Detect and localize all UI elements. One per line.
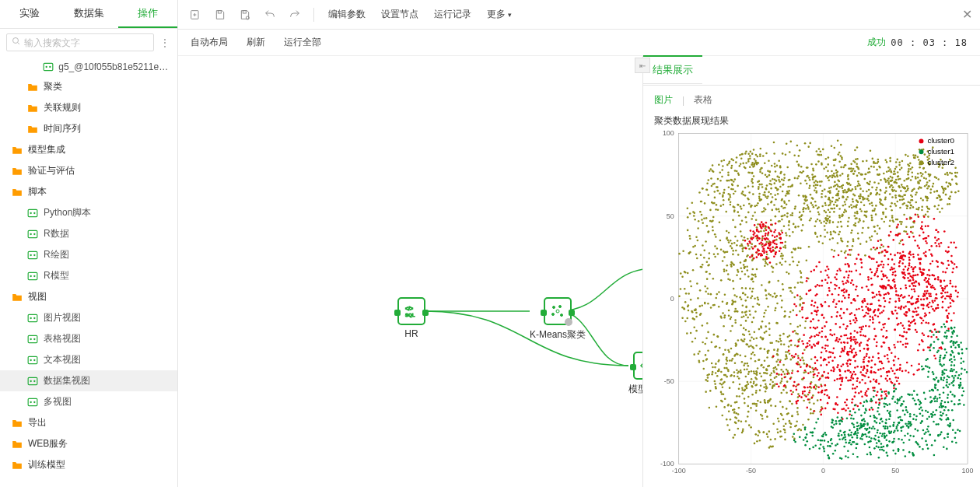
close-icon[interactable]: ✕ <box>962 7 972 22</box>
sub-run-all[interactable]: 运行全部 <box>284 36 321 49</box>
save-as-icon[interactable] <box>236 7 254 23</box>
svg-point-2832 <box>936 265 939 268</box>
tree-folder-视图[interactable]: 视图 <box>0 286 177 307</box>
svg-point-891 <box>838 198 841 200</box>
svg-point-3396 <box>907 433 909 435</box>
svg-point-2827 <box>940 242 943 244</box>
sub-auto-layout[interactable]: 自动布局 <box>191 36 228 49</box>
svg-point-1257 <box>807 204 809 206</box>
svg-point-3810 <box>947 397 949 399</box>
tree-folder-时间序列[interactable]: 时间序列 <box>0 118 177 139</box>
svg-point-3520 <box>897 424 899 426</box>
svg-point-1165 <box>825 166 828 169</box>
svg-point-1952 <box>939 195 941 198</box>
svg-point-3887 <box>861 419 863 422</box>
node-apply[interactable]: 模型应用 <box>628 352 642 396</box>
tree-leaf-R数据[interactable]: R数据 <box>0 223 177 244</box>
tree-leaf-Python脚本[interactable]: Python脚本 <box>0 202 177 223</box>
tree-leaf-R模型[interactable]: R模型 <box>0 265 177 286</box>
svg-point-3526 <box>898 422 901 424</box>
tree-folder-导出[interactable]: 导出 <box>0 412 177 433</box>
tree-leaf-多视图[interactable]: 多视图 <box>0 391 177 412</box>
new-icon[interactable] <box>186 7 205 23</box>
tree-folder-训练模型[interactable]: 训练模型 <box>0 454 177 475</box>
workflow-canvas[interactable]: </>SQLHRK-Means聚类多视图模型应用数据集视图 <box>178 56 642 487</box>
toolbar-set-node[interactable]: 设置节点 <box>376 6 423 23</box>
svg-point-1831 <box>740 372 742 374</box>
tree-folder-模型集成[interactable]: 模型集成 <box>0 139 177 160</box>
svg-point-357 <box>695 330 698 332</box>
tree-folder-脚本[interactable]: 脚本 <box>0 181 177 202</box>
svg-point-3388 <box>912 436 915 438</box>
svg-point-1997 <box>941 166 943 169</box>
svg-point-3284 <box>765 251 768 254</box>
svg-point-124 <box>747 296 749 299</box>
svg-point-3567 <box>880 447 883 449</box>
tree-folder-聚类[interactable]: 聚类 <box>0 76 177 97</box>
svg-point-2777 <box>933 310 936 312</box>
node-km[interactable]: K-Means聚类 <box>530 297 586 342</box>
toolbar-run-history[interactable]: 运行记录 <box>429 6 476 23</box>
subtab-table[interactable]: 表格 <box>694 93 712 107</box>
svg-point-2060 <box>927 208 929 210</box>
svg-point-3675 <box>944 326 947 328</box>
svg-point-741 <box>785 261 787 263</box>
node-box[interactable] <box>633 352 642 380</box>
svg-point-2567 <box>888 301 891 303</box>
tab-experiment[interactable]: 实验 <box>0 0 59 28</box>
sub-refresh[interactable]: 刷新 <box>247 36 265 49</box>
search-input[interactable] <box>24 37 149 48</box>
svg-point-732 <box>730 201 732 203</box>
subtab-image[interactable]: 图片 <box>654 93 673 107</box>
svg-point-1924 <box>926 187 929 190</box>
undo-icon[interactable] <box>261 7 279 23</box>
svg-point-3361 <box>916 394 919 396</box>
svg-point-1233 <box>835 184 837 187</box>
tab-operation[interactable]: 操作 <box>118 0 177 28</box>
svg-point-1709 <box>754 360 757 363</box>
svg-point-3931 <box>856 426 859 428</box>
svg-point-1946 <box>926 211 929 213</box>
tab-dataset[interactable]: 数据集 <box>59 0 118 28</box>
tree-leaf-R绘图[interactable]: R绘图 <box>0 244 177 265</box>
tree-folder-WEB服务[interactable]: WEB服务 <box>0 433 177 454</box>
svg-point-1082 <box>807 208 810 210</box>
svg-point-664 <box>694 309 696 311</box>
tree-leaf-文本视图[interactable]: 文本视图 <box>0 349 177 370</box>
svg-point-463 <box>694 245 696 247</box>
node-box[interactable] <box>544 297 572 325</box>
svg-point-130 <box>741 387 744 389</box>
tree-leaf-表格视图[interactable]: 表格视图 <box>0 328 177 349</box>
svg-point-3635 <box>888 419 891 421</box>
svg-point-2214 <box>810 312 813 314</box>
search-box[interactable] <box>6 33 154 51</box>
tree-leaf-g5_@10f055b81e5211ebaf9[interactable]: g5_@10f055b81e5211ebaf9 <box>0 58 177 76</box>
save-icon[interactable] <box>211 7 229 23</box>
results-tab[interactable]: 结果展示 <box>643 55 702 84</box>
svg-point-3420 <box>925 431 927 433</box>
svg-point-3416 <box>895 388 898 391</box>
tree-folder-关联规则[interactable]: 关联规则 <box>0 97 177 118</box>
svg-point-1042 <box>847 176 849 178</box>
tree-leaf-图片视图[interactable]: 图片视图 <box>0 307 177 328</box>
toolbar-edit-params[interactable]: 编辑参数 <box>324 6 370 23</box>
tree-folder-验证与评估[interactable]: 验证与评估 <box>0 160 177 181</box>
node-box[interactable]: </>SQL <box>397 297 425 325</box>
svg-point-2975 <box>828 362 830 364</box>
svg-point-3618 <box>879 422 881 425</box>
svg-point-1826 <box>810 408 812 411</box>
svg-point-472 <box>776 303 779 305</box>
svg-point-1956 <box>917 156 919 159</box>
tree-leaf-数据集视图[interactable]: 数据集视图 <box>0 370 177 391</box>
svg-point-2582 <box>898 261 901 264</box>
redo-icon[interactable] <box>285 7 304 23</box>
svg-point-2593 <box>905 265 907 268</box>
svg-point-2997 <box>788 350 790 352</box>
svg-point-101 <box>724 314 726 317</box>
kebab-icon[interactable]: ⋮ <box>159 37 171 48</box>
toolbar-more[interactable]: 更多 ▾ <box>482 6 516 23</box>
svg-point-678 <box>711 373 713 376</box>
svg-point-3404 <box>870 407 873 409</box>
svg-point-1856 <box>784 431 786 433</box>
node-hr[interactable]: </>SQLHR <box>397 297 425 339</box>
